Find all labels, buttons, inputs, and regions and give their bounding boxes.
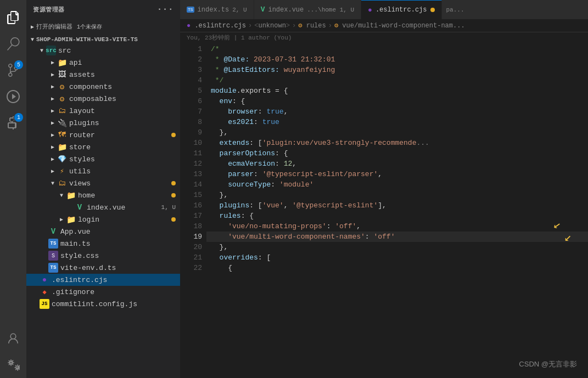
tree-item-home[interactable]: ▼ 📁 home (26, 189, 180, 201)
composables-label: composables (69, 95, 116, 103)
code-line-21: overrides: [ (206, 252, 588, 263)
tree-item-layout[interactable]: ▶ 🗂 layout (26, 105, 180, 117)
ln-16: 16 (184, 200, 202, 211)
components-chevron: ▶ (48, 83, 57, 90)
tree-item-src[interactable]: ▼ src src (26, 44, 180, 57)
ln-17: 17 (184, 211, 202, 221)
code-line-1: /* (206, 44, 588, 54)
code-text-9: }, (211, 127, 228, 138)
tree-item-index-vue[interactable]: V index.vue 1, U (26, 201, 180, 213)
views-modified-dot (171, 181, 176, 185)
tree-item-utils[interactable]: ▶ ⚡ utils (26, 165, 180, 177)
file-tree: ▼ src src ▶ 📁 api ▶ 🖼 assets ▶ ⚙ compone… (26, 44, 180, 378)
open-editors-section: ▶ 打开的编辑器 1个未保存 (26, 19, 180, 35)
tab-more[interactable]: pa... (442, 0, 469, 19)
code-line-2: * @Date: 2023-07-31 21:32:01 (206, 54, 588, 65)
code-text-17: rules: { (211, 211, 254, 221)
tab-eslintrc-unsaved-dot (430, 8, 435, 12)
tree-item-login[interactable]: ▶ 📁 login (26, 213, 180, 225)
source-control-icon[interactable]: 5 (0, 57, 26, 83)
code-line-12: ecmaVersion: 12, (206, 159, 588, 169)
tree-item-style-css[interactable]: S style.css (26, 250, 180, 262)
tab-eslintrc[interactable]: ● .eslintrc.cjs (361, 0, 441, 19)
assets-folder-icon: 🖼 (57, 70, 67, 80)
plugins-folder-icon: 🔌 (57, 118, 67, 128)
code-text-5a: module (211, 86, 237, 96)
code-line-3: * @LastEditors: wuyanfeiying (206, 65, 588, 75)
tab-index-ts[interactable]: TS index.ts 2, U (180, 0, 254, 19)
app-vue-label: App.vue (60, 228, 91, 236)
code-line-14: sourceType: 'module' (206, 179, 588, 190)
tree-item-api[interactable]: ▶ 📁 api (26, 57, 180, 69)
extensions-badge: 1 (14, 113, 23, 122)
tab-eslintrc-label: .eslintrc.cjs (376, 6, 427, 14)
search-icon[interactable] (0, 31, 26, 57)
tree-item-router[interactable]: ▶ 🗺 router (26, 129, 180, 141)
ln-22: 22 (184, 263, 202, 273)
tab-index-vue[interactable]: V index.vue ...\home 1, U (254, 0, 361, 19)
breadcrumb-sep3: › (328, 22, 332, 30)
layout-label: layout (69, 107, 95, 115)
ln-8: 8 (184, 117, 202, 127)
account-icon[interactable] (0, 325, 26, 352)
utils-label: utils (69, 167, 91, 176)
tree-item-gitignore[interactable]: ◆ .gitignore (26, 286, 180, 298)
breadcrumb-rules: ⚙ rules (298, 21, 326, 30)
ln-20: 20 (184, 242, 202, 252)
tree-item-components[interactable]: ▶ ⚙ components (26, 81, 180, 93)
ln-15: 15 (184, 190, 202, 200)
tree-item-app-vue[interactable]: V App.vue (26, 225, 180, 238)
router-label: router (69, 131, 95, 139)
tree-item-views[interactable]: ▼ 🗂 views (26, 177, 180, 189)
router-chevron: ▶ (48, 132, 57, 138)
gitignore-label: .gitignore (52, 288, 94, 296)
watermark: CSDN @无言非影 (519, 359, 577, 369)
open-editors-text: 打开的编辑器 (36, 22, 72, 31)
utils-chevron: ▶ (48, 168, 57, 174)
home-modified-dot (171, 193, 176, 198)
code-content[interactable]: /* * @Date: 2023-07-31 21:32:01 * @LastE… (206, 43, 588, 378)
code-line-7: browser: true, (206, 106, 588, 117)
code-text-21: overrides: [ (211, 252, 271, 263)
tree-item-styles[interactable]: ▶ 💎 styles (26, 153, 180, 165)
code-text-16: plugins: ['vue', '@typescript-eslint'], (211, 200, 387, 211)
src-label: src (58, 47, 71, 55)
index-vue-badge: 1, U (161, 204, 176, 211)
tab-ts-icon: TS (187, 7, 194, 13)
commitlint-label: commitlint.config.js (52, 300, 137, 308)
main-ts-icon: TS (48, 239, 58, 249)
sidebar-more-button[interactable]: ··· (157, 4, 173, 14)
tree-item-eslintrc[interactable]: ● .eslintrc.cjs (26, 274, 180, 286)
open-editors-label[interactable]: ▶ 打开的编辑器 1个未保存 (26, 21, 180, 32)
code-text-8: es2021: true (211, 117, 279, 127)
style-css-icon: S (48, 251, 58, 261)
login-folder-icon: 📁 (66, 215, 76, 224)
code-line-6: env: { (206, 96, 588, 106)
files-icon[interactable] (0, 4, 26, 31)
extensions-icon[interactable]: 1 (0, 110, 26, 136)
assets-chevron: ▶ (48, 71, 57, 78)
tree-item-commitlint[interactable]: JS commitlint.config.js (26, 298, 180, 310)
code-text-10: extends: ['plugin:vue/vue3-strongly-reco… (211, 138, 429, 148)
layout-chevron: ▶ (48, 108, 57, 114)
tab-index-ts-suffix: 2, U (232, 7, 247, 13)
breadcrumb-eslintrc: ● .eslintrc.cjs (187, 22, 246, 30)
commitlint-icon: JS (40, 299, 49, 309)
run-icon[interactable] (0, 83, 26, 110)
code-line-13: parser: '@typescript-eslint/parser', (206, 169, 588, 179)
code-text-1: /* (211, 44, 220, 54)
code-line-9: }, (206, 127, 588, 138)
project-label[interactable]: ▼ SHOP-ADMIN-WITH-VUE3-VITE-TS (26, 35, 180, 44)
api-label: api (69, 59, 82, 67)
tree-item-vite-env[interactable]: TS vite-env.d.ts (26, 262, 180, 274)
code-line-17: rules: { (206, 211, 588, 221)
tree-item-main-ts[interactable]: TS main.ts (26, 238, 180, 250)
home-folder-icon: 📁 (66, 190, 76, 200)
settings-icon[interactable] (0, 352, 26, 378)
tree-item-composables[interactable]: ▶ ⚙ composables (26, 93, 180, 105)
tree-item-plugins[interactable]: ▶ 🔌 plugins (26, 117, 180, 129)
tree-item-assets[interactable]: ▶ 🖼 assets (26, 69, 180, 81)
eslintrc-label: .eslintrc.cjs (52, 276, 107, 284)
tree-item-store[interactable]: ▶ 📁 store (26, 141, 180, 153)
router-modified-dot (171, 133, 176, 137)
